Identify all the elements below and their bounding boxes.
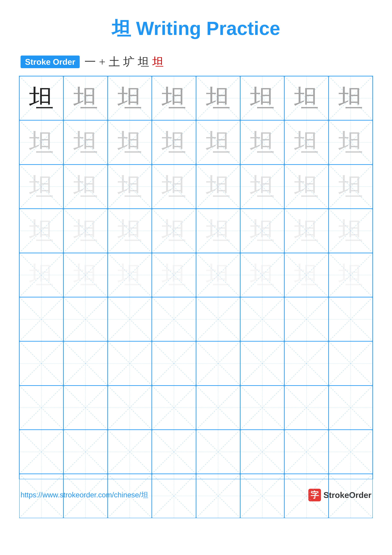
grid-cell[interactable]	[152, 297, 196, 341]
grid-cell[interactable]: 坦	[328, 76, 373, 120]
grid-cell[interactable]: 坦	[108, 165, 152, 209]
grid-cell[interactable]: 坦	[152, 165, 196, 209]
grid-cell[interactable]: 坦	[196, 209, 240, 253]
grid-cell[interactable]: 坦	[152, 76, 196, 120]
grid-cell[interactable]	[152, 386, 196, 430]
grid-cell[interactable]: 坦	[196, 120, 240, 164]
grid-cell[interactable]	[240, 474, 284, 518]
grid-cell[interactable]	[19, 297, 64, 341]
grid-cell[interactable]: 坦	[284, 76, 328, 120]
grid-cell[interactable]	[284, 386, 328, 430]
grid-cell[interactable]: 坦	[64, 76, 107, 120]
svg-line-153	[196, 474, 240, 518]
practice-char: 坦	[73, 258, 98, 292]
grid-cell[interactable]: 坦	[284, 209, 328, 253]
grid-cell[interactable]	[152, 341, 196, 385]
grid-cell[interactable]	[284, 341, 328, 385]
svg-line-150	[152, 474, 196, 518]
grid-cell[interactable]	[328, 430, 373, 474]
grid-cell[interactable]: 坦	[240, 253, 284, 297]
grid-cell[interactable]: 坦	[328, 120, 373, 164]
grid-cell[interactable]	[19, 430, 64, 474]
grid-cell[interactable]: 坦	[328, 209, 373, 253]
grid-cell[interactable]: 坦	[64, 120, 107, 164]
practice-char: 坦	[73, 82, 98, 115]
svg-line-132	[108, 430, 151, 474]
grid-cell[interactable]	[240, 297, 284, 341]
grid-cell[interactable]	[152, 430, 196, 474]
svg-line-142	[329, 430, 372, 474]
grid-cell[interactable]	[108, 430, 152, 474]
svg-line-138	[241, 430, 284, 474]
grid-cell[interactable]: 坦	[108, 209, 152, 253]
grid-cell[interactable]: 坦	[64, 209, 107, 253]
grid-cell[interactable]: 坦	[240, 209, 284, 253]
grid-cell[interactable]	[284, 474, 328, 518]
svg-line-101	[108, 342, 151, 385]
svg-line-96	[20, 342, 63, 385]
grid-cell[interactable]	[196, 386, 240, 430]
grid-cell[interactable]	[64, 430, 107, 474]
grid-cell[interactable]: 坦	[196, 165, 240, 209]
grid-cell[interactable]	[240, 341, 284, 385]
grid-cell[interactable]: 坦	[108, 120, 152, 164]
grid-cell[interactable]	[64, 474, 107, 518]
grid-cell[interactable]	[328, 474, 373, 518]
practice-char: 坦	[162, 258, 186, 292]
grid-cell[interactable]: 坦	[19, 209, 64, 253]
grid-cell[interactable]	[19, 474, 64, 518]
grid-cell[interactable]	[196, 430, 240, 474]
grid-cell[interactable]: 坦	[284, 120, 328, 164]
grid-cell[interactable]: 坦	[19, 253, 64, 297]
grid-cell[interactable]: 坦	[284, 165, 328, 209]
grid-cell[interactable]	[196, 341, 240, 385]
grid-cell[interactable]: 坦	[284, 253, 328, 297]
grid-cell[interactable]	[240, 386, 284, 430]
grid-cell[interactable]: 坦	[152, 253, 196, 297]
svg-line-80	[20, 297, 63, 341]
grid-cell[interactable]: 坦	[108, 76, 152, 120]
grid-cell[interactable]	[284, 430, 328, 474]
grid-cell[interactable]: 坦	[328, 165, 373, 209]
grid-cell[interactable]	[64, 341, 107, 385]
grid-cell[interactable]: 坦	[19, 165, 64, 209]
grid-cell[interactable]	[240, 430, 284, 474]
grid-cell[interactable]	[108, 474, 152, 518]
grid-cell[interactable]	[284, 297, 328, 341]
svg-line-118	[152, 386, 196, 429]
grid-cell[interactable]	[64, 297, 107, 341]
grid-cell[interactable]	[328, 386, 373, 430]
grid-cell[interactable]	[19, 386, 64, 430]
grid-cell[interactable]	[19, 341, 64, 385]
grid-cell[interactable]: 坦	[64, 165, 107, 209]
stroke-order-badge: Stroke Order	[21, 56, 80, 68]
grid-cell[interactable]: 坦	[240, 165, 284, 209]
grid-cell[interactable]: 坦	[328, 253, 373, 297]
grid-cell[interactable]	[152, 474, 196, 518]
grid-cell[interactable]	[108, 341, 152, 385]
grid-cell[interactable]	[196, 297, 240, 341]
grid-cell[interactable]	[328, 341, 373, 385]
grid-cell[interactable]: 坦	[240, 76, 284, 120]
grid-cell[interactable]: 坦	[152, 120, 196, 164]
grid-cell[interactable]: 坦	[108, 253, 152, 297]
practice-char: 坦	[206, 170, 230, 203]
grid-cell[interactable]: 坦	[152, 209, 196, 253]
grid-cell[interactable]: 坦	[64, 253, 107, 297]
svg-line-92	[285, 297, 328, 341]
svg-line-133	[108, 430, 151, 474]
grid-cell[interactable]: 坦	[19, 76, 64, 120]
practice-char: 坦	[250, 214, 275, 247]
practice-char: 坦	[206, 258, 230, 292]
grid-cell[interactable]	[108, 386, 152, 430]
grid-cell[interactable]: 坦	[240, 120, 284, 164]
grid-cell[interactable]	[64, 386, 107, 430]
practice-char: 坦	[29, 126, 54, 159]
grid-cell[interactable]: 坦	[196, 253, 240, 297]
grid-cell[interactable]	[108, 297, 152, 341]
grid-cell[interactable]	[196, 474, 240, 518]
svg-line-91	[241, 297, 284, 341]
grid-cell[interactable]: 坦	[19, 120, 64, 164]
grid-cell[interactable]: 坦	[196, 76, 240, 120]
grid-cell[interactable]	[328, 297, 373, 341]
